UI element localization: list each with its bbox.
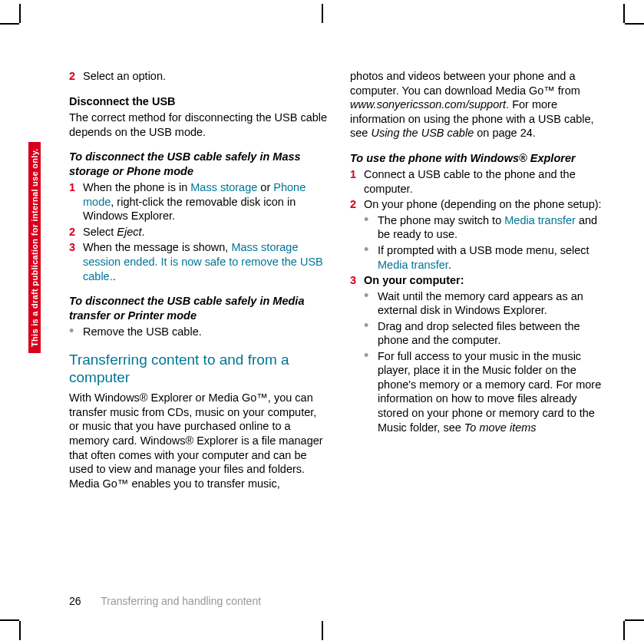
bullet-icon: •	[364, 213, 378, 242]
column-left: 2 Select an option. Disconnect the USB T…	[69, 69, 329, 590]
step-item: 2 On your phone (depending on the phone …	[350, 197, 609, 212]
step-item: 2 Select an option.	[69, 69, 329, 84]
step-number: 3	[350, 273, 364, 288]
step-text: On your phone (depending on the phone se…	[364, 197, 609, 212]
heading: Disconnect the USB	[69, 94, 329, 109]
crop-mark	[625, 619, 644, 621]
link-text: Media transfer	[378, 259, 448, 271]
step-number: 1	[69, 180, 83, 223]
bullet-item: • Wait until the memory card appears as …	[364, 289, 609, 318]
link-text: Media transfer	[504, 214, 576, 226]
crop-mark	[19, 4, 21, 23]
column-right: photos and videos between your phone and…	[350, 69, 609, 590]
section-title: Transferring content to and from a compu…	[69, 352, 329, 387]
step-item: 1 When the phone is in Mass storage or P…	[69, 180, 329, 223]
crop-mark	[623, 4, 625, 23]
bullet-text: Drag and drop selected files between the…	[378, 319, 609, 348]
bullet-item: • Drag and drop selected files between t…	[364, 319, 609, 348]
step-text: When the phone is in Mass storage or Pho…	[83, 180, 329, 223]
step-number: 3	[69, 240, 83, 283]
draft-watermark: This is a draft publication for internal…	[28, 142, 41, 353]
step-number: 2	[350, 197, 364, 212]
bullet-icon: •	[364, 243, 378, 272]
crop-mark	[623, 621, 625, 640]
step-item: 3 When the message is shown, Mass storag…	[69, 240, 329, 283]
step-number: 2	[69, 69, 83, 84]
bullet-icon: •	[364, 349, 378, 434]
step-text: Select an option.	[83, 69, 329, 84]
bullet-icon: •	[364, 319, 378, 348]
step-item: 3 On your computer:	[350, 273, 609, 288]
bullet-text: Remove the USB cable.	[83, 325, 329, 339]
heading: To disconnect the USB cable safely in Me…	[69, 294, 329, 322]
heading: To use the phone with Windows® Explorer	[350, 151, 609, 166]
crop-mark	[19, 621, 21, 640]
step-text: On your computer:	[364, 273, 609, 288]
bullet-icon: •	[69, 325, 83, 339]
crop-mark	[625, 23, 644, 25]
crop-mark	[322, 621, 323, 640]
crop-mark	[0, 23, 19, 25]
link-text: Mass storage	[190, 181, 257, 193]
page-footer: 26 Transferring and handling content	[69, 595, 261, 607]
paragraph: photos and videos between your phone and…	[350, 69, 609, 140]
bullet-icon: •	[364, 289, 378, 318]
bullet-text: For full access to your music in the mus…	[378, 349, 609, 434]
step-item: 1 Connect a USB cable to the phone and t…	[350, 167, 609, 196]
paragraph: The correct method for disconnecting the…	[69, 111, 329, 139]
footer-title: Transferring and handling content	[101, 595, 261, 607]
page-number: 26	[69, 595, 81, 607]
bullet-item: • The phone may switch to Media transfer…	[364, 213, 609, 242]
bullet-text: If prompted with a USB mode menu, select…	[378, 243, 609, 272]
step-text: Connect a USB cable to the phone and the…	[364, 167, 609, 196]
paragraph: With Windows® Explorer or Media Go™, you…	[69, 391, 329, 490]
crop-mark	[0, 619, 19, 621]
bullet-item: • If prompted with a USB mode menu, sele…	[364, 243, 609, 272]
bullet-text: The phone may switch to Media transfer a…	[378, 213, 609, 242]
step-item: 2 Select Eject.	[69, 225, 329, 239]
step-text: When the message is shown, Mass storage …	[83, 240, 329, 283]
page-content: 2 Select an option. Disconnect the USB T…	[69, 69, 609, 590]
crop-mark	[322, 4, 323, 23]
step-number: 2	[69, 225, 83, 239]
step-text: Select Eject.	[83, 225, 329, 239]
bullet-item: • Remove the USB cable.	[69, 325, 329, 339]
heading: To disconnect the USB cable safely in Ma…	[69, 150, 329, 178]
bullet-item: • For full access to your music in the m…	[364, 349, 609, 434]
bullet-text: Wait until the memory card appears as an…	[378, 289, 609, 318]
step-number: 1	[350, 167, 364, 196]
